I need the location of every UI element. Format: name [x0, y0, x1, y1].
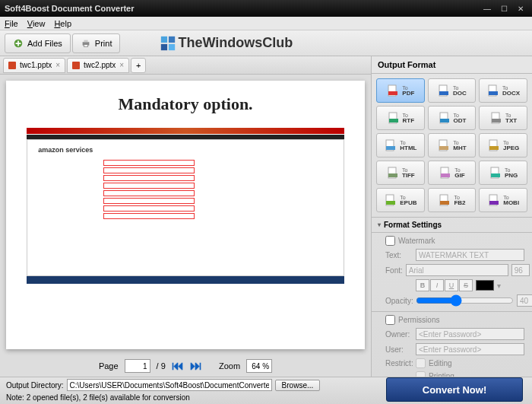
user-password-input[interactable] — [416, 343, 524, 355]
format-txt-button[interactable]: ToTXT — [479, 106, 527, 130]
add-files-button[interactable]: Add Files — [5, 33, 71, 53]
restrict-label: Restrict: — [385, 359, 413, 367]
svg-rect-31 — [491, 173, 500, 177]
underline-button[interactable]: U — [445, 279, 458, 291]
minimize-button[interactable]: — — [480, 3, 494, 14]
wm-font-label: Font: — [385, 266, 403, 275]
bold-button[interactable]: B — [416, 279, 429, 291]
slide-heading: Mandatory option. — [118, 94, 252, 114]
format-odt-button[interactable]: ToODT — [428, 106, 477, 130]
convert-button[interactable]: Convert Now! — [386, 377, 523, 402]
tab-close-icon[interactable]: × — [55, 61, 60, 69]
preview-page: Mandatory option. amazon services — [6, 81, 365, 349]
output-panel: Output Format ToPDFToDOCToDOCXToRTFToODT… — [371, 56, 532, 377]
tab-label: twc2.pptx — [84, 61, 116, 69]
opacity-slider[interactable] — [416, 294, 514, 307]
watermark-label: Watermark — [398, 237, 435, 245]
browse-button[interactable]: Browse... — [275, 380, 321, 391]
brand-logo: TheWindowsClub — [160, 35, 293, 52]
restrict-printing-checkbox[interactable] — [416, 371, 426, 377]
filetype-icon — [489, 166, 502, 180]
close-button[interactable]: ✕ — [514, 3, 527, 14]
filetype-icon — [386, 166, 400, 180]
watermark-size-input[interactable] — [511, 264, 530, 276]
svg-rect-17 — [440, 119, 449, 122]
watermark-text-input[interactable] — [416, 249, 524, 261]
zoom-select[interactable] — [246, 359, 272, 373]
output-format-title: Output Format — [372, 56, 532, 74]
plus-icon — [13, 38, 24, 49]
filetype-icon — [438, 111, 451, 125]
print-label: Print — [95, 39, 112, 48]
next-page-button[interactable]: ⏭ — [190, 359, 202, 373]
color-dropdown-icon[interactable]: ▾ — [497, 282, 501, 290]
menu-view[interactable]: View — [27, 19, 46, 28]
printer-icon — [81, 38, 91, 49]
add-files-label: Add Files — [27, 39, 62, 48]
format-jpeg-button[interactable]: ToJPEG — [479, 133, 527, 157]
svg-rect-21 — [386, 146, 395, 150]
tab-item[interactable]: twc1.pptx × — [3, 58, 65, 73]
add-tab-button[interactable]: + — [131, 58, 146, 73]
format-doc-button[interactable]: ToDOC — [428, 78, 477, 103]
format-gif-button[interactable]: ToGIF — [428, 161, 477, 185]
first-page-button[interactable]: ⏮ — [172, 359, 184, 373]
svg-rect-13 — [489, 91, 498, 95]
output-dir-input[interactable] — [67, 379, 272, 391]
slide-screenshot: amazon services — [27, 128, 344, 284]
format-docx-button[interactable]: ToDOCX — [479, 78, 527, 103]
format-png-button[interactable]: ToPNG — [479, 161, 527, 185]
svg-rect-6 — [161, 43, 167, 49]
menu-help[interactable]: Help — [54, 19, 71, 28]
format-pdf-button[interactable]: ToPDF — [376, 78, 425, 103]
format-tiff-button[interactable]: ToTIFF — [376, 161, 425, 185]
tab-close-icon[interactable]: × — [119, 61, 124, 69]
color-picker[interactable] — [476, 280, 494, 291]
filetype-icon — [489, 111, 503, 125]
format-fb2-button[interactable]: ToFB2 — [428, 188, 477, 212]
window-title: Soft4Boost Document Converter — [5, 4, 480, 13]
pptx-icon — [8, 62, 16, 69]
svg-rect-19 — [492, 119, 501, 122]
filetype-icon — [437, 84, 451, 97]
svg-rect-33 — [386, 201, 395, 205]
svg-rect-3 — [84, 44, 87, 46]
svg-rect-15 — [389, 119, 398, 122]
owner-label: Owner: — [385, 330, 413, 339]
zoom-label: Zoom — [219, 361, 240, 371]
filetype-icon — [384, 193, 397, 207]
format-mht-button[interactable]: ToMHT — [428, 133, 477, 157]
filetype-icon — [487, 138, 501, 152]
format-epub-button[interactable]: ToEPUB — [376, 188, 425, 212]
strike-button[interactable]: S — [459, 279, 473, 291]
italic-button[interactable]: I — [430, 279, 444, 291]
format-html-button[interactable]: ToHTML — [376, 133, 425, 157]
tab-item[interactable]: twc2.pptx × — [67, 58, 129, 73]
brand-text: TheWindowsClub — [178, 35, 293, 51]
svg-rect-25 — [489, 146, 499, 150]
menu-file[interactable]: File — [5, 19, 18, 28]
svg-rect-27 — [388, 173, 397, 177]
format-mobi-button[interactable]: ToMOBI — [479, 188, 527, 212]
filetype-icon — [486, 84, 500, 97]
format-settings-header[interactable]: Format Settings — [372, 218, 532, 232]
svg-rect-4 — [161, 36, 167, 42]
svg-rect-9 — [388, 91, 397, 95]
title-bar: Soft4Boost Document Converter — ☐ ✕ — [0, 0, 532, 17]
owner-password-input[interactable] — [416, 328, 524, 340]
maximize-button[interactable]: ☐ — [497, 3, 511, 14]
preview-pane: Mandatory option. amazon services — [0, 75, 371, 355]
opacity-value[interactable] — [517, 294, 532, 307]
page-input[interactable] — [125, 359, 150, 373]
output-dir-label: Output Directory: — [6, 381, 64, 390]
windows-logo-icon — [160, 35, 176, 52]
format-rtf-button[interactable]: ToRTF — [376, 106, 425, 130]
permissions-checkbox[interactable] — [385, 315, 395, 325]
page-total: / 9 — [157, 361, 166, 371]
watermark-checkbox[interactable] — [385, 236, 395, 246]
format-grid: ToPDFToDOCToDOCXToRTFToODTToTXTToHTMLToM… — [372, 74, 532, 217]
print-button[interactable]: Print — [72, 33, 121, 53]
filetype-icon — [438, 193, 451, 207]
restrict-editing-checkbox[interactable] — [416, 358, 426, 368]
watermark-font-input[interactable] — [406, 264, 508, 276]
